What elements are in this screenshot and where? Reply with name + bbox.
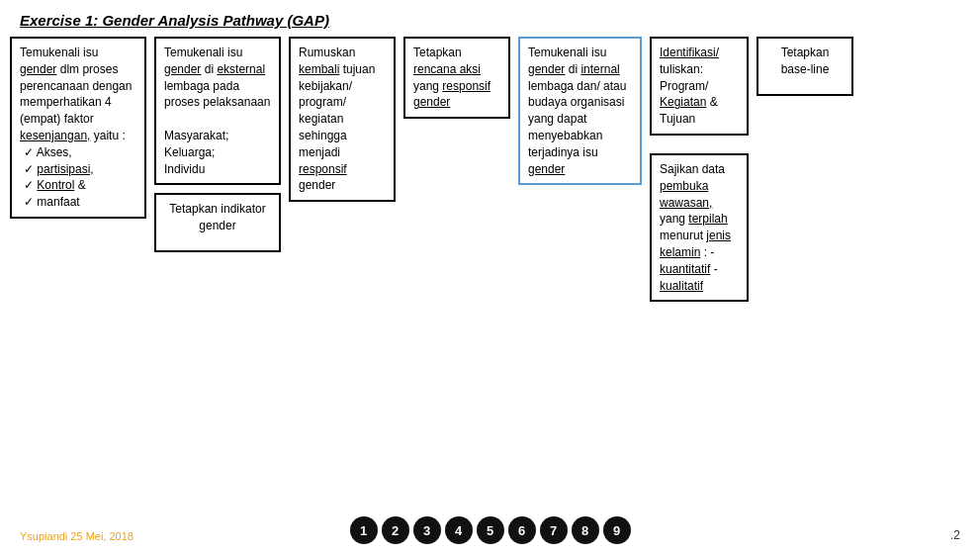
box-3-1: Rumuskan kembali tujuan kebijakan/ progr… xyxy=(289,37,396,202)
box-6-1: Identifikasi/ tuliskan: Program/ Kegiata… xyxy=(650,37,749,136)
box-7-1-text: Tetapkan base-line xyxy=(781,46,830,76)
num-1[interactable]: 1 xyxy=(350,516,378,544)
bottom-bar: 1 2 3 4 5 6 7 8 9 xyxy=(0,516,980,544)
checklist-item: Akses, xyxy=(24,144,136,161)
box-6-2-text: Sajikan data pembuka wawasan, yang terpi… xyxy=(660,162,731,293)
column-6: Identifikasi/ tuliskan: Program/ Kegiata… xyxy=(650,37,749,302)
column-5: Temukenali isu gender di internal lembag… xyxy=(518,37,642,185)
box-2-2-text: Tetapkan indikator gender xyxy=(169,202,265,232)
checklist-1: Akses, partisipasi, Kontrol & manfaat xyxy=(20,144,136,211)
num-8[interactable]: 8 xyxy=(572,516,599,544)
box-1-1-text: Temukenali isu gender dlm proses perenca… xyxy=(20,46,132,142)
box-6-2: Sajikan data pembuka wawasan, yang terpi… xyxy=(650,153,749,302)
box-4-1: Tetapkan rencana aksi yang responsif gen… xyxy=(403,37,510,119)
box-5-1-text: Temukenali isu gender di internal lembag… xyxy=(528,46,626,176)
num-6[interactable]: 6 xyxy=(508,516,536,544)
main-content: Temukenali isu gender dlm proses perenca… xyxy=(0,37,980,302)
column-7: Tetapkan base-line xyxy=(757,37,853,96)
box-5-1: Temukenali isu gender di internal lembag… xyxy=(518,37,642,185)
footer-left: Ysupiandi 25 Mei, 2018 xyxy=(20,530,134,542)
num-7[interactable]: 7 xyxy=(540,516,568,544)
num-5[interactable]: 5 xyxy=(477,516,504,544)
box-4-1-text: Tetapkan rencana aksi yang responsif gen… xyxy=(413,46,490,109)
column-4: Tetapkan rencana aksi yang responsif gen… xyxy=(403,37,510,119)
checklist-item: partisipasi, xyxy=(24,161,136,178)
num-2[interactable]: 2 xyxy=(382,516,409,544)
num-9[interactable]: 9 xyxy=(603,516,631,544)
box-7-1: Tetapkan base-line xyxy=(757,37,853,96)
box-2-2: Tetapkan indikator gender xyxy=(154,193,281,252)
page-title: Exercise 1: Gender Analysis Pathway (GAP… xyxy=(0,0,980,37)
column-1: Temukenali isu gender dlm proses perenca… xyxy=(10,37,146,219)
box-6-1-text: Identifikasi/ tuliskan: Program/ Kegiata… xyxy=(660,46,719,126)
box-3-1-text: Rumuskan kembali tujuan kebijakan/ progr… xyxy=(299,46,375,192)
checklist-item: manfaat xyxy=(24,194,136,211)
checklist-item: Kontrol & xyxy=(24,177,136,194)
box-2-1: Temukenali isu gender di eksternal lemba… xyxy=(154,37,281,185)
footer-right: .2 xyxy=(950,528,960,542)
box-1-1: Temukenali isu gender dlm proses perenca… xyxy=(10,37,146,219)
column-2: Temukenali isu gender di eksternal lemba… xyxy=(154,37,281,252)
box-2-1-text: Temukenali isu gender di eksternal lemba… xyxy=(164,46,270,176)
num-4[interactable]: 4 xyxy=(445,516,473,544)
column-3: Rumuskan kembali tujuan kebijakan/ progr… xyxy=(289,37,396,202)
num-3[interactable]: 3 xyxy=(413,516,441,544)
